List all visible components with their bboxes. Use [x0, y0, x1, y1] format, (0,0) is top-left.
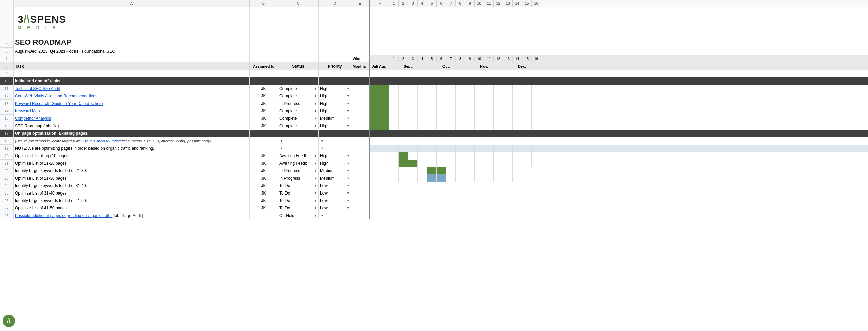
col-header-a: A	[14, 0, 250, 7]
row-12: 12 Core Web Vitals Audit and Recommendat…	[0, 92, 868, 100]
logo-col-c	[278, 7, 319, 37]
task-link-11[interactable]: Technical SEO Site Audit	[15, 86, 60, 91]
title-cell: SEO ROADMAP	[14, 37, 250, 48]
row-27: 27 Optimize List of 41-50 pages JK To Do…	[0, 204, 868, 212]
task-11: Technical SEO Site Audit	[14, 85, 250, 92]
row-14: 14 Keyword Map JK Complete ▼ High ▼	[0, 107, 868, 115]
month-dec: Dec.	[503, 62, 541, 70]
col-header-12: 12	[494, 0, 503, 7]
header-task: Task	[14, 62, 250, 70]
col-header-11: 11	[484, 0, 494, 7]
months-header: Months	[351, 62, 369, 70]
priority-11[interactable]: High ▼	[319, 85, 351, 92]
col-header-15: 15	[522, 0, 532, 7]
row-22: 22 Identify target keywords for list of …	[0, 167, 868, 174]
status-11[interactable]: Complete ▼	[278, 85, 319, 92]
row-15: 15 Competitor Analysis JK Complete ▼ Med…	[0, 115, 868, 122]
row-16: 16 SEO Roadmap (this file) JK Complete ▼…	[0, 122, 868, 130]
task-link-13[interactable]: Keyword Research. Guide to Your Data doc…	[15, 101, 103, 106]
logo-section: 3/\SPENS M E D I A	[0, 7, 868, 37]
row-28: 28 Possible additional pages depending o…	[0, 212, 868, 219]
col-header-1: 1	[389, 0, 399, 7]
col-header-14: 14	[513, 0, 522, 7]
row-25: 25 Optimize List of 31-40 pages JK To Do…	[0, 189, 868, 197]
col-header-f: F	[370, 0, 389, 7]
gantt-11	[370, 85, 389, 92]
section1-label: Initial and one-off tasks	[14, 77, 250, 85]
section-row-1: 10 Initial and one-off tasks	[0, 77, 868, 85]
row-11: 11 Technical SEO Site Audit JK Complete …	[0, 85, 868, 92]
task-link-28[interactable]: Possible additional pages depending on o…	[15, 213, 112, 218]
header-status: Status	[278, 62, 319, 70]
brand-badge[interactable]: /\	[3, 315, 15, 327]
row-23: 23 Optimize List of 21-30 pages JK In Pr…	[0, 174, 868, 182]
column-headers-bar: A B C D E F 1 2 3 4 5 6 7 8 9 10 11 12 1…	[0, 0, 868, 7]
logo-col-e	[351, 7, 369, 37]
section2-label: On page optimization: Existing pages.	[14, 130, 250, 137]
col-header-e: E	[351, 0, 369, 7]
subtitle-cell: August-Dec. 2023. Q4 2023 Focus = Founda…	[14, 48, 250, 55]
section-row-2: 17 On page optimization: Existing pages.	[0, 130, 868, 137]
header-priority: Priority	[319, 62, 351, 70]
note-link-18[interactable]: Use this sheet to update	[82, 139, 122, 143]
month-nov: Nov.	[465, 62, 503, 70]
col-header-13: 13	[503, 0, 513, 7]
logo-line2: M E D I A	[18, 25, 58, 30]
col-header-4: 4	[418, 0, 427, 7]
task-link-15[interactable]: Competitor Analysis	[15, 116, 51, 121]
col-header-b: B	[250, 0, 278, 7]
col-header-d: D	[319, 0, 351, 7]
row-18: 18 (Use keyword map to locate target KWs…	[0, 137, 868, 145]
row-20: 20 Optimize List of Top 10 pages JK Awai…	[0, 152, 868, 160]
col-header-6: 6	[437, 0, 446, 7]
col-header-10: 10	[475, 0, 484, 7]
wks-header: Wks	[351, 55, 369, 62]
task-link-12[interactable]: Core Web Vitals Audit and Recommendation…	[15, 94, 97, 98]
row-num-header	[0, 0, 14, 7]
col-header-2: 2	[399, 0, 408, 7]
col-header-7: 7	[446, 0, 456, 7]
row-19: 19 NOTE: We are optimizing pages in orde…	[0, 145, 868, 152]
row-13: 13 Keyword Research. Guide to Your Data …	[0, 100, 868, 107]
month-oct: Oct.	[427, 62, 465, 70]
col-header-c: C	[278, 0, 319, 7]
note-19: NOTE: We are optimizing pages in order b…	[14, 145, 250, 152]
col-header-5: 5	[427, 0, 437, 7]
header-assigned: Assigned to	[250, 62, 278, 70]
row-num-1to4	[0, 7, 14, 37]
row-24: 24 Identify target keywords for list of …	[0, 182, 868, 189]
logo-cell: 3/\SPENS M E D I A	[14, 7, 250, 37]
row-26: 26 Identify target keywords for list of …	[0, 197, 868, 204]
page-title: SEO ROADMAP	[15, 38, 71, 47]
spreadsheet: A B C D E F 1 2 3 4 5 6 7 8 9 10 11 12 1…	[0, 0, 868, 331]
logo-col-d	[319, 7, 351, 37]
col-header-8: 8	[456, 0, 465, 7]
month-julaug: Jul/ Aug.	[370, 62, 389, 70]
note-18: (Use keyword map to locate target KWs. U…	[14, 137, 250, 145]
row-7: 7 Wks 1 2 3 4 5 6 7 8 9 10 11 12 13 14 1…	[0, 55, 868, 62]
col-header-9: 9	[465, 0, 475, 7]
rn-5: 5	[0, 37, 14, 48]
task-link-14[interactable]: Keyword Map	[15, 109, 40, 113]
rn-6: 6	[0, 48, 14, 55]
logo-col-b	[250, 7, 278, 37]
title-row: 5 SEO ROADMAP	[0, 37, 868, 48]
subtitle-row: 6 August-Dec. 2023. Q4 2023 Focus = Foun…	[0, 48, 868, 55]
assigned-11: JK	[250, 85, 278, 92]
col-header-16: 16	[532, 0, 541, 7]
logo-line1: 3/\SPENS	[18, 14, 66, 24]
row-9: 9	[0, 70, 868, 77]
col-header-3: 3	[408, 0, 418, 7]
column-label-row: 8 Task Assigned to Status Priority Month…	[0, 62, 868, 70]
month-sept: Sept.	[389, 62, 427, 70]
row-21: 21 Optimize List of 11-20 pages JK Await…	[0, 160, 868, 167]
logo-gantt-area	[370, 7, 868, 37]
